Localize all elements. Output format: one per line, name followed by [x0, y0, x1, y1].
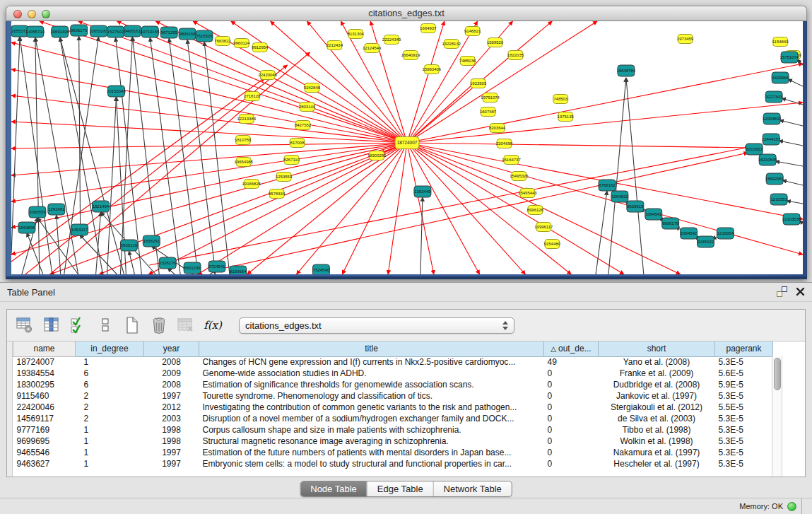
graph-node[interactable]: 12213383 — [237, 115, 257, 124]
column-header-in_degree[interactable]: in_degree — [76, 341, 144, 356]
table-row[interactable]: 1830029562008Estimation of significance … — [13, 379, 773, 390]
graph-node[interactable]: 1923505 — [470, 79, 487, 88]
graph-node[interactable]: 8131304 — [348, 30, 365, 39]
graph-node[interactable]: 1810755 — [235, 136, 252, 145]
close-panel-icon[interactable] — [796, 287, 805, 296]
graph-node[interactable]: 19751074 — [481, 93, 500, 103]
graph-node[interactable]: 15983406 — [423, 65, 442, 74]
graph-node[interactable]: 1154840 — [772, 37, 789, 47]
graph-node[interactable]: 1527602 — [107, 26, 124, 37]
graph-node[interactable]: 16210645 — [758, 154, 777, 165]
table-mode-icon[interactable] — [14, 314, 35, 337]
table-selector-dropdown[interactable]: citations_edges.txt — [239, 317, 514, 334]
graph-node[interactable]: 1291661 — [48, 204, 65, 215]
table-scrollbar[interactable] — [772, 356, 782, 477]
graph-node[interactable]: 19654985 — [235, 158, 254, 167]
graph-node[interactable]: 2326176 — [159, 257, 176, 269]
graph-node[interactable]: 8639919 — [627, 201, 644, 212]
graph-node[interactable]: 9806178 — [662, 218, 679, 229]
graph-node[interactable]: 8190664 — [230, 266, 247, 274]
graph-node[interactable]: 9671355 — [160, 27, 177, 38]
graph-node[interactable]: 9806168 — [179, 28, 196, 40]
column-header-title[interactable]: title — [199, 341, 544, 356]
graph-node[interactable]: 18724007 — [395, 137, 419, 149]
table-row[interactable]: 2242004622012Investigating the contribut… — [13, 402, 773, 413]
graph-node[interactable]: 6501239 — [184, 262, 201, 274]
graph-node[interactable]: 1975135 — [558, 112, 575, 122]
tab-network-table[interactable]: Network Table — [433, 481, 512, 496]
column-header-name[interactable]: name — [13, 341, 76, 356]
graph-node[interactable]: 1607487 — [480, 107, 497, 117]
tab-node-table[interactable]: Node Table — [300, 481, 367, 496]
network-view[interactable]: 2055371140557142069140696061761065328715… — [11, 21, 803, 274]
graph-node[interactable]: 15751074 — [780, 52, 799, 63]
graph-node[interactable]: 9154480 — [544, 240, 561, 249]
graph-node[interactable]: 13228132 — [442, 40, 461, 49]
select-all-icon[interactable] — [68, 314, 89, 337]
graph-node[interactable]: 1353445 — [414, 186, 431, 197]
window-titlebar[interactable]: citations_edges.txt — [6, 6, 807, 21]
graph-node[interactable]: 8766162 — [599, 180, 616, 191]
graph-node[interactable]: 748503 — [553, 95, 568, 104]
graph-node[interactable]: 12444157 — [762, 134, 781, 145]
table-row[interactable]: 977716911998Corpus callosum shape and si… — [13, 424, 773, 436]
table-row[interactable]: 946554611997Estimation of the future num… — [13, 447, 773, 458]
graph-node[interactable]: 9242848 — [304, 83, 321, 93]
graph-node[interactable]: 2060559 — [29, 206, 46, 218]
graph-node[interactable]: 15495443 — [518, 189, 537, 198]
graph-node[interactable]: 1973459 — [677, 35, 694, 44]
graph-node[interactable]: 12124549 — [363, 44, 382, 53]
graph-node[interactable]: 8996126 — [527, 206, 544, 215]
graph-node[interactable]: 20691406 — [50, 26, 69, 37]
column-header-year[interactable]: year — [144, 341, 199, 356]
clear-selection-icon[interactable] — [95, 314, 116, 337]
graph-node[interactable]: 1588520 — [487, 38, 504, 47]
graph-node[interactable]: 5905139 — [120, 240, 137, 251]
graph-node[interactable]: 14055714 — [26, 26, 45, 37]
graph-node[interactable]: 7524540 — [312, 264, 329, 274]
graph-node[interactable]: 1094541 — [645, 209, 662, 220]
graph-node[interactable]: 15495325 — [510, 172, 529, 181]
graph-node[interactable]: 2718120 — [244, 92, 261, 101]
graph-node[interactable]: 2212434 — [326, 41, 343, 50]
graph-node[interactable]: 10996117 — [534, 223, 553, 232]
memory-status-indicator[interactable] — [787, 502, 796, 511]
graph-node[interactable]: 7615526 — [196, 30, 213, 42]
graph-node[interactable]: 1822035 — [507, 51, 524, 60]
close-window-button[interactable] — [13, 10, 22, 18]
graph-node[interactable]: 1664937 — [420, 24, 437, 33]
column-header-short[interactable]: short — [599, 341, 715, 356]
graph-node[interactable]: 1563895 — [18, 222, 35, 233]
minimize-window-button[interactable] — [28, 10, 36, 18]
graph-node[interactable]: 9724541 — [208, 261, 225, 272]
new-document-icon[interactable] — [122, 314, 143, 337]
scrollbar-thumb[interactable] — [774, 358, 781, 390]
graph-node[interactable]: 7663822 — [214, 37, 231, 46]
table-row[interactable]: 946362711997Embryonic stem cells: a mode… — [13, 458, 773, 469]
graph-node[interactable]: 8215953 — [746, 144, 763, 155]
graph-node[interactable]: 1216004 — [717, 228, 734, 239]
graph-node[interactable]: 8578334 — [269, 189, 286, 199]
zoom-window-button[interactable] — [42, 10, 50, 18]
function-builder-icon[interactable]: f(x) — [202, 314, 223, 337]
graph-node[interactable]: 16640919 — [401, 51, 420, 60]
table-row[interactable]: 911546021997Tourette syndrome. Phenomeno… — [13, 390, 773, 402]
graph-node[interactable]: 10653287 — [89, 25, 108, 37]
graph-node[interactable]: 8427552 — [295, 121, 312, 130]
graph-node[interactable]: 8203644 — [489, 124, 506, 133]
graph-node[interactable]: 8912954 — [252, 43, 269, 52]
float-panel-icon[interactable] — [777, 286, 787, 297]
graph-node[interactable]: 9960124 — [233, 39, 250, 48]
graph-node[interactable]: 9329966 — [772, 72, 789, 83]
table-row[interactable]: 1938455462009Genome-wide association stu… — [13, 368, 773, 379]
graph-node[interactable]: 20153346 — [107, 86, 126, 97]
column-header-out_degree[interactable]: △out_de... — [544, 341, 599, 356]
delete-entry-icon[interactable] — [148, 314, 170, 337]
graph-node[interactable]: 1453217 — [71, 224, 88, 235]
graph-node[interactable]: 16164737 — [502, 156, 521, 165]
tab-edge-table[interactable]: Edge Table — [367, 481, 433, 496]
graph-node[interactable]: 1210353 — [770, 194, 787, 205]
graph-node[interactable]: 1094542 — [681, 228, 698, 239]
graph-node[interactable]: 9146821 — [464, 27, 481, 36]
graph-node[interactable]: 9245022 — [698, 236, 714, 247]
